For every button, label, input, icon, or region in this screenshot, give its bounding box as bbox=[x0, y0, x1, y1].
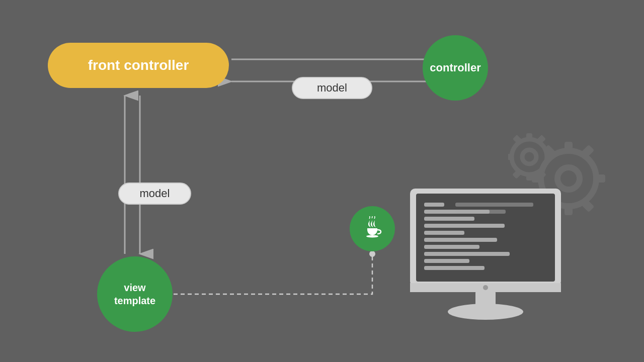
svg-rect-41 bbox=[424, 266, 485, 270]
model-vertical-node: model bbox=[118, 183, 191, 205]
svg-rect-39 bbox=[424, 252, 510, 256]
view-template-label: view template bbox=[114, 281, 155, 307]
svg-rect-43 bbox=[455, 210, 506, 214]
model-horizontal-node: model bbox=[292, 77, 372, 99]
svg-rect-32 bbox=[424, 203, 444, 207]
svg-rect-25 bbox=[508, 154, 513, 160]
svg-point-47 bbox=[448, 304, 523, 320]
svg-point-8 bbox=[369, 251, 375, 257]
front-controller-label: front controller bbox=[88, 57, 189, 73]
svg-rect-40 bbox=[424, 259, 469, 263]
front-controller-node: front controller bbox=[48, 43, 229, 88]
svg-rect-38 bbox=[424, 245, 479, 249]
svg-point-45 bbox=[483, 285, 488, 290]
java-icon bbox=[360, 216, 385, 241]
svg-rect-34 bbox=[424, 217, 474, 221]
svg-point-21 bbox=[522, 150, 536, 164]
svg-rect-12 bbox=[565, 142, 573, 153]
java-badge-node bbox=[350, 206, 395, 251]
svg-rect-24 bbox=[545, 154, 553, 160]
controller-label: controller bbox=[430, 61, 480, 74]
svg-rect-23 bbox=[526, 173, 532, 180]
svg-point-9 bbox=[366, 235, 378, 238]
view-template-node: view template bbox=[97, 256, 173, 332]
svg-rect-36 bbox=[424, 231, 464, 235]
svg-rect-35 bbox=[424, 224, 505, 228]
controller-node: controller bbox=[423, 35, 488, 101]
svg-rect-22 bbox=[526, 133, 532, 141]
svg-rect-14 bbox=[594, 174, 605, 183]
monitor-svg bbox=[405, 184, 566, 324]
model-vertical-label: model bbox=[140, 187, 170, 200]
svg-rect-42 bbox=[455, 203, 533, 207]
svg-rect-37 bbox=[424, 238, 497, 242]
model-horizontal-label: model bbox=[317, 81, 347, 95]
monitor-node bbox=[405, 184, 566, 326]
